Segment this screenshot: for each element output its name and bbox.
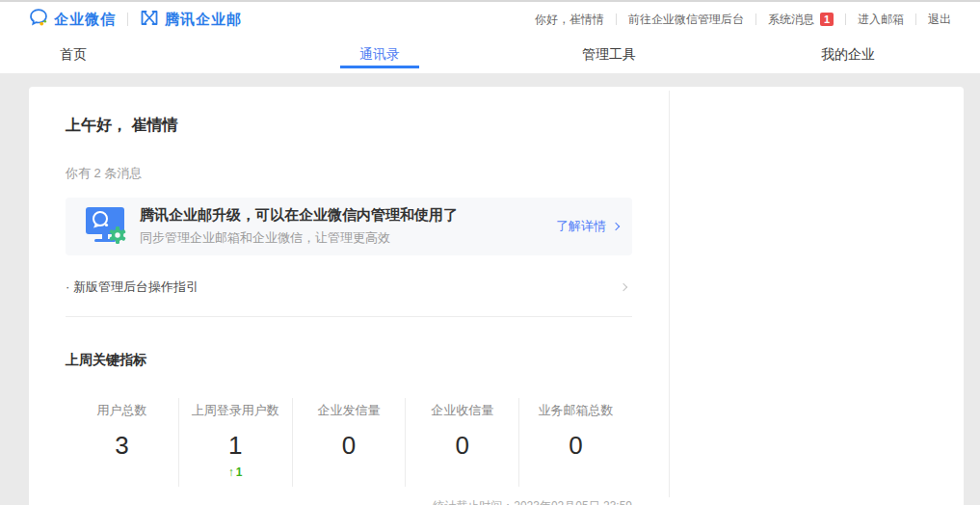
logo-area: 企业微信 腾讯企业邮 <box>29 8 242 31</box>
content-area: 上午好， 崔情情 你有 2 条消息 <box>0 73 980 505</box>
tab-admin-tools[interactable]: 管理工具 <box>582 37 636 73</box>
stats-cutoff-note: 统计截止时间：2023年02月05日 23:59 <box>66 498 632 505</box>
stat-value: 1 <box>179 431 292 461</box>
upgrade-banner: 腾讯企业邮升级，可以在企业微信内管理和使用了 同步管理企业邮箱和企业微信，让管理… <box>66 198 632 255</box>
top-bar-links: 你好，崔情情 前往企业微信管理后台 系统消息 1 进入邮箱 退出 <box>535 12 951 28</box>
admin-guide-label: · 新版管理后台操作指引 <box>66 279 199 296</box>
user-greeting: 你好，崔情情 <box>535 12 604 28</box>
top-separator <box>616 13 617 25</box>
stat-total-users: 用户总数 3 <box>66 398 178 487</box>
chevron-right-icon <box>612 223 620 230</box>
system-messages-label: 系统消息 <box>768 12 814 28</box>
stat-label: 企业发信量 <box>293 402 406 419</box>
messages-count-note: 你有 2 条消息 <box>66 165 632 182</box>
wechat-work-logo-text: 企业微信 <box>54 11 116 29</box>
key-metrics-row: 用户总数 3 上周登录用户数 1 1 企业发信量 0 企业收信量 0 <box>66 398 632 487</box>
stat-delta-value: 1 <box>236 465 243 479</box>
top-separator <box>845 13 846 25</box>
up-arrow-icon <box>228 465 236 479</box>
system-messages-link[interactable]: 系统消息 1 <box>768 12 834 28</box>
wechat-work-logo-icon <box>29 8 48 31</box>
active-tab-underline <box>340 66 419 68</box>
stat-label: 上周登录用户数 <box>179 402 292 419</box>
stat-value: 3 <box>66 431 178 461</box>
exmail-logo[interactable]: 腾讯企业邮 <box>140 10 242 30</box>
goto-wechat-work-admin-link[interactable]: 前往企业微信管理后台 <box>628 12 744 28</box>
logout-link[interactable]: 退出 <box>928 12 951 28</box>
stat-mails-received: 企业收信量 0 <box>405 398 518 487</box>
top-separator <box>915 13 916 25</box>
tab-my-company[interactable]: 我的企业 <box>821 37 875 73</box>
enter-mailbox-link[interactable]: 进入邮箱 <box>858 12 904 28</box>
exmail-logo-text: 腾讯企业邮 <box>165 11 242 29</box>
stat-label: 用户总数 <box>66 402 178 419</box>
logo-separator <box>127 13 128 26</box>
upgrade-banner-text: 腾讯企业邮升级，可以在企业微信内管理和使用了 同步管理企业邮箱和企业微信，让管理… <box>140 206 556 247</box>
stat-business-mailboxes: 业务邮箱总数 0 <box>518 398 632 487</box>
card-right-pane <box>669 91 964 497</box>
card-main-pane: 上午好， 崔情情 你有 2 条消息 <box>29 87 669 505</box>
learn-more-link[interactable]: 了解详情 <box>556 218 619 235</box>
admin-guide-link-row[interactable]: · 新版管理后台操作指引 <box>66 255 632 317</box>
stat-value: 0 <box>406 431 518 461</box>
stat-value: 0 <box>293 431 406 461</box>
tab-contacts[interactable]: 通讯录 <box>359 37 400 73</box>
learn-more-label: 了解详情 <box>556 218 606 235</box>
stat-mails-sent: 企业发信量 0 <box>292 398 406 487</box>
upgrade-banner-title: 腾讯企业邮升级，可以在企业微信内管理和使用了 <box>140 206 556 225</box>
stat-weekly-login-users: 上周登录用户数 1 1 <box>178 398 292 487</box>
nav-bar: 首页 通讯录 管理工具 我的企业 <box>0 37 980 73</box>
key-metrics-title: 上周关键指标 <box>66 352 632 369</box>
exmail-logo-icon <box>140 10 159 30</box>
chevron-right-icon <box>620 283 627 291</box>
wechat-work-logo[interactable]: 企业微信 <box>29 8 116 31</box>
upgrade-banner-subtitle: 同步管理企业邮箱和企业微信，让管理更高效 <box>140 229 556 247</box>
stat-value: 0 <box>519 431 632 461</box>
upgrade-banner-icon <box>82 205 130 248</box>
stat-label: 企业收信量 <box>406 402 518 419</box>
main-card: 上午好， 崔情情 你有 2 条消息 <box>29 87 964 505</box>
stat-label: 业务邮箱总数 <box>519 402 632 419</box>
tab-contacts-label: 通讯录 <box>359 46 400 64</box>
top-bar: 企业微信 腾讯企业邮 你好，崔情情 前往企业微信管理后台 系统消息 1 <box>0 0 980 37</box>
page-greeting: 上午好， 崔情情 <box>66 116 632 136</box>
top-separator <box>755 13 756 25</box>
system-messages-badge: 1 <box>820 13 834 26</box>
stat-delta: 1 <box>179 465 292 479</box>
tab-home[interactable]: 首页 <box>60 37 87 73</box>
